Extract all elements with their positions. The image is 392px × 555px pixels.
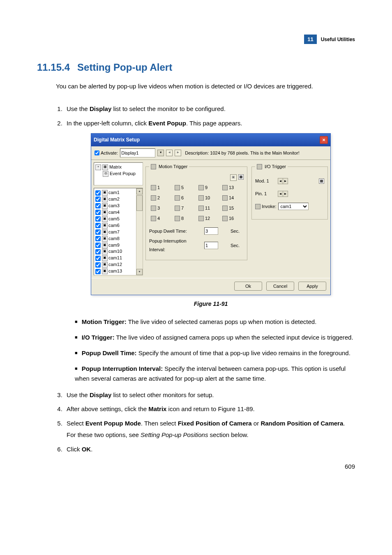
step-6: Click OK. bbox=[64, 444, 355, 456]
step-1: Use the Display list to select the monit… bbox=[64, 103, 355, 115]
scroll-thumb[interactable] bbox=[136, 195, 143, 211]
mod-clear-icon[interactable] bbox=[319, 178, 324, 184]
dropdown-arrow-icon[interactable]: ▼ bbox=[157, 150, 164, 156]
bullet-interruption: Popup Interruption Interval: Specify the… bbox=[72, 364, 355, 384]
camera-checkbox[interactable] bbox=[95, 229, 101, 235]
dwell-time-input[interactable] bbox=[204, 227, 218, 235]
camera-list-item[interactable]: ▣cam14 bbox=[95, 275, 141, 275]
motion-camera-checkbox[interactable]: 1 bbox=[151, 183, 172, 192]
camera-checkbox[interactable] bbox=[95, 197, 101, 202]
motion-camera-checkbox[interactable]: 12 bbox=[198, 214, 220, 223]
motion-camera-checkbox[interactable]: 10 bbox=[198, 194, 220, 202]
camera-checkbox[interactable] bbox=[95, 262, 101, 268]
activate-checkbox[interactable]: Activate: bbox=[95, 149, 118, 157]
interruption-input[interactable] bbox=[204, 242, 218, 249]
dialog-titlebar: Digital Matrix Setup ✕ bbox=[91, 134, 330, 146]
camera-checkbox[interactable] bbox=[95, 210, 101, 215]
camera-icon: ▣ bbox=[102, 243, 108, 248]
close-button[interactable]: ✕ bbox=[320, 136, 328, 144]
camera-icon: ▣ bbox=[102, 255, 108, 261]
camera-checkbox[interactable] bbox=[95, 236, 101, 241]
camera-icon: ▣ bbox=[102, 236, 108, 242]
camera-label: cam3 bbox=[108, 203, 120, 209]
ok-button[interactable]: Ok bbox=[234, 282, 262, 291]
cancel-button[interactable]: Cancel bbox=[266, 282, 294, 291]
motion-camera-checkbox[interactable]: 16 bbox=[222, 214, 244, 223]
camera-list-item[interactable]: ▣cam3 bbox=[95, 203, 141, 209]
camera-icon: ▣ bbox=[102, 190, 108, 196]
camera-checkbox[interactable] bbox=[95, 256, 101, 261]
camera-list-item[interactable]: ▣cam2 bbox=[95, 196, 141, 203]
scroll-up-icon[interactable]: ▲ bbox=[136, 188, 143, 194]
motion-camera-checkbox[interactable]: 2 bbox=[151, 194, 172, 202]
invoke-checkbox[interactable]: Invoke: bbox=[255, 202, 276, 211]
motion-trigger-group: Motion Trigger ▣ bbox=[145, 162, 247, 260]
motion-camera-checkbox[interactable]: 3 bbox=[151, 204, 172, 213]
camera-icon: ▣ bbox=[102, 229, 108, 235]
apply-button[interactable]: Apply bbox=[298, 282, 326, 291]
motion-camera-checkbox[interactable]: 9 bbox=[198, 183, 220, 192]
scrollbar[interactable]: ▲ ▼ bbox=[136, 188, 143, 275]
clear-all-icon[interactable] bbox=[238, 174, 244, 180]
camera-list[interactable]: ▣cam1▣cam2▣cam3▣cam4▣cam5▣cam6▣cam7▣cam8… bbox=[94, 188, 143, 275]
camera-label: cam12 bbox=[108, 261, 122, 268]
motion-trigger-legend: Motion Trigger bbox=[149, 162, 189, 171]
step-4: After above settings, click the Matrix i… bbox=[64, 403, 355, 415]
camera-list-item[interactable]: ▣cam10 bbox=[95, 248, 141, 255]
camera-list-item[interactable]: ▣cam8 bbox=[95, 236, 141, 242]
camera-icon: ▣ bbox=[102, 223, 108, 229]
interruption-unit: Sec. bbox=[231, 241, 243, 250]
camera-checkbox[interactable] bbox=[95, 216, 101, 222]
motion-camera-checkbox[interactable]: 5 bbox=[175, 183, 196, 192]
camera-checkbox[interactable] bbox=[95, 249, 101, 254]
camera-list-item[interactable]: ▣cam1 bbox=[95, 190, 141, 196]
camera-list-item[interactable]: ▣cam7 bbox=[95, 229, 141, 236]
dialog-buttons: Ok Cancel Apply bbox=[91, 278, 330, 295]
camera-list-item[interactable]: ▣cam5 bbox=[95, 216, 141, 222]
motion-camera-checkbox[interactable]: 8 bbox=[175, 214, 196, 223]
expand-icon[interactable]: + bbox=[95, 164, 101, 170]
prev-display-icon[interactable]: ◄ bbox=[166, 150, 173, 156]
dialog-digital-matrix-setup: Digital Matrix Setup ✕ Activate: ▼ ◄ ► D… bbox=[91, 133, 331, 295]
intro-text: You can be alerted by pop-up live videos… bbox=[56, 81, 355, 91]
camera-label: cam14 bbox=[108, 275, 122, 275]
motion-camera-checkbox[interactable]: 13 bbox=[222, 183, 244, 192]
section-title: Setting Pop-up Alert bbox=[77, 62, 172, 73]
camera-list-item[interactable]: ▣cam4 bbox=[95, 209, 141, 216]
select-all-icon[interactable]: ▣ bbox=[230, 174, 237, 181]
camera-list-item[interactable]: ▣cam11 bbox=[95, 255, 141, 261]
matrix-icon: ▦ bbox=[102, 164, 108, 170]
io-trigger-legend: I/O Trigger bbox=[255, 162, 288, 171]
motion-trigger-checkbox[interactable] bbox=[151, 164, 156, 169]
camera-list-item[interactable]: ▣cam12 bbox=[95, 261, 141, 268]
step-3: Use the Display list to select other mon… bbox=[64, 389, 355, 401]
invoke-select[interactable]: cam1 bbox=[278, 203, 309, 210]
io-trigger-checkbox[interactable] bbox=[257, 164, 262, 169]
camera-list-item[interactable]: ▣cam6 bbox=[95, 222, 141, 229]
camera-label: cam1 bbox=[108, 190, 120, 196]
motion-camera-checkbox[interactable]: 7 bbox=[175, 204, 196, 213]
camera-checkbox[interactable] bbox=[95, 203, 101, 208]
camera-list-item[interactable]: ▣cam13 bbox=[95, 268, 141, 275]
bullet-motion-trigger: Motion Trigger: The live video of select… bbox=[72, 317, 355, 327]
camera-label: cam5 bbox=[108, 216, 120, 222]
motion-camera-checkbox[interactable]: 6 bbox=[175, 194, 196, 202]
next-display-icon[interactable]: ► bbox=[175, 150, 181, 156]
pin-spinner[interactable]: ◄► bbox=[278, 191, 288, 197]
motion-camera-checkbox[interactable]: 14 bbox=[222, 194, 244, 202]
scroll-down-icon[interactable]: ▼ bbox=[136, 269, 143, 275]
camera-checkbox[interactable] bbox=[95, 269, 101, 274]
camera-checkbox[interactable] bbox=[95, 190, 101, 196]
feature-bullets: Motion Trigger: The live video of select… bbox=[67, 317, 355, 384]
motion-camera-checkbox[interactable]: 15 bbox=[222, 204, 244, 213]
camera-checkbox[interactable] bbox=[95, 243, 101, 248]
activate-select[interactable] bbox=[120, 148, 155, 157]
camera-checkbox[interactable] bbox=[95, 223, 101, 228]
mod-spinner[interactable]: ◄► bbox=[278, 178, 288, 184]
nav-tree[interactable]: +▦Matrix ◎Event Popup bbox=[94, 162, 143, 185]
pin-label: Pin. 1 bbox=[255, 190, 276, 198]
motion-camera-checkbox[interactable]: 11 bbox=[198, 204, 220, 213]
camera-list-item[interactable]: ▣cam9 bbox=[95, 242, 141, 249]
camera-label: cam11 bbox=[108, 255, 122, 261]
motion-camera-checkbox[interactable]: 4 bbox=[151, 214, 172, 223]
